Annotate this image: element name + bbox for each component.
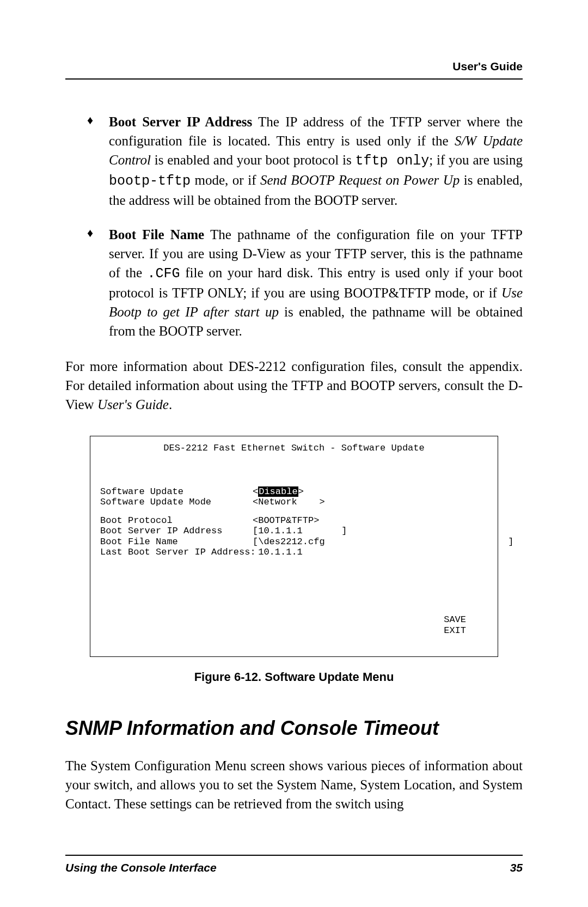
bullet-label: Boot Server IP Address [109,114,252,129]
field-boot-protocol: Boot Protocol<BOOTP&TFTP> [100,515,488,526]
text: . [169,397,172,412]
footer-section-title: Using the Console Interface [65,861,217,874]
figure-caption: Figure 6-12. Software Update Menu [65,670,523,684]
terminal-title: DES-2212 Fast Ethernet Switch - Software… [100,443,488,454]
spacer [100,508,488,515]
text-mono: tftp only [356,153,430,169]
field-value: 10.1.1.1 [253,547,303,558]
spacer [100,454,488,486]
document-page: User's Guide Boot Server IP Address The … [0,0,588,907]
selected-value: Disable [258,486,298,497]
field-label: Boot Protocol [100,515,253,526]
text-italic: Send BOOTP Request on Power Up [260,173,464,187]
text: ; if you are using [429,153,523,167]
header-rule [65,78,523,80]
field-label: Software Update [100,486,253,497]
field-last-boot-server-ip: Last Boot Server IP Address: 10.1.1.1 [100,547,488,558]
bullet-label: Boot File Name [109,227,204,242]
page-number: 35 [510,861,523,874]
field-label: Software Update Mode [100,497,253,508]
text: is enabled and your boot protocol is [151,153,356,167]
text-italic: User's Guide [97,397,169,412]
field-label: Boot Server IP Address [100,526,253,537]
exit-button[interactable]: EXIT [444,625,466,636]
bullet-boot-server-ip: Boot Server IP Address The IP address of… [87,112,523,210]
terminal-screenshot: DES-2212 Fast Ethernet Switch - Software… [90,436,498,657]
field-value[interactable]: [10.1.1.1 ] [253,526,347,537]
bracket: > [298,486,304,497]
field-value[interactable]: <Disable> [253,486,304,497]
bullet-boot-file-name: Boot File Name The pathname of the confi… [87,225,523,340]
section-paragraph: The System Configuration Menu screen sho… [65,756,523,813]
terminal-button-row: SAVE EXIT [100,604,488,647]
field-boot-file-name: Boot File Name[\des2212.cfg ] [100,537,488,547]
bullet-list: Boot Server IP Address The IP address of… [87,112,523,340]
field-software-update: Software Update<Disable> [100,486,488,497]
body-paragraph: For more information about DES-2212 conf… [65,357,523,414]
field-boot-server-ip: Boot Server IP Address[10.1.1.1 ] [100,526,488,537]
text-mono: .CFG [148,266,180,282]
footer-rule [65,855,523,856]
footer-row: Using the Console Interface 35 [65,861,523,874]
save-button[interactable]: SAVE [444,614,466,625]
field-value[interactable]: <BOOTP&TFTP> [253,515,319,526]
bracket: < [253,486,258,497]
field-value[interactable]: <Network > [253,497,325,508]
field-software-update-mode: Software Update Mode<Network > [100,497,488,508]
field-value[interactable]: [\des2212.cfg ] [253,537,513,547]
running-header: User's Guide [65,60,523,73]
field-label: Boot File Name [100,537,253,547]
section-heading: SNMP Information and Console Timeout [65,717,523,740]
text-mono: bootp-tftp [109,173,191,189]
text: mode, or if [191,173,260,187]
page-footer: Using the Console Interface 35 [65,855,523,874]
field-label: Last Boot Server IP Address: [100,547,253,558]
